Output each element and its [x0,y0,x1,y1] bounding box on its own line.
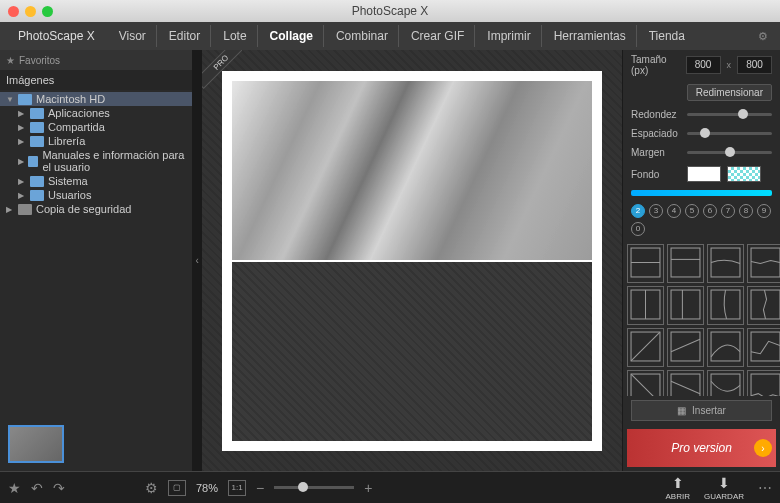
fit-screen-icon[interactable]: ▢ [168,480,186,496]
brand-label[interactable]: PhotoScape X [8,25,107,47]
footer-toolbar: ★ ↶ ↷ ⚙ ▢ 78% 1:1 − + ⬆ABRIR ⬇GUARDAR ⋯ [0,471,780,503]
grid-icon: ▦ [677,405,686,416]
template[interactable] [627,286,664,325]
tree-item-usuarios[interactable]: ▶Usuarios [0,188,192,202]
tab-crear-gif[interactable]: Crear GIF [401,25,475,47]
svg-line-21 [671,381,700,393]
redo-icon[interactable]: ↷ [53,480,65,496]
template[interactable] [667,286,704,325]
page-3[interactable]: 3 [649,204,663,218]
maximize-icon[interactable] [42,6,53,17]
save-button[interactable]: ⬇GUARDAR [704,475,744,501]
bg-color-swatch[interactable] [687,166,721,182]
canvas-area[interactable] [202,50,622,471]
roundness-slider[interactable] [687,113,772,116]
tab-collage[interactable]: Collage [260,25,324,47]
tab-imprimir[interactable]: Imprimir [477,25,541,47]
settings-icon[interactable]: ⚙ [754,26,772,47]
insert-button[interactable]: ▦ Insertar [631,400,772,421]
collage-frame[interactable] [222,71,602,451]
pro-promo[interactable]: Pro version › [627,429,776,467]
tree-item-compartida[interactable]: ▶Compartida [0,120,192,134]
thumbnail[interactable] [8,425,64,463]
svg-line-19 [631,374,660,396]
svg-rect-2 [671,248,700,277]
settings-icon[interactable]: ⚙ [145,480,158,496]
tab-herramientas[interactable]: Herramientas [544,25,637,47]
template[interactable] [627,328,664,367]
open-button[interactable]: ⬆ABRIR [666,475,690,501]
svg-rect-4 [711,248,740,277]
template[interactable] [627,244,664,283]
window-title: PhotoScape X [352,4,429,18]
main-tabs: PhotoScape X Visor Editor Lote Collage C… [0,22,780,50]
tree-item-aplicaciones[interactable]: ▶Aplicaciones [0,106,192,120]
page-2[interactable]: 2 [631,204,645,218]
template[interactable] [747,328,780,367]
tab-editor[interactable]: Editor [159,25,211,47]
star-icon[interactable]: ★ [8,480,21,496]
tree-item-libreria[interactable]: ▶Librería [0,134,192,148]
template[interactable] [667,328,704,367]
tree-item-manuales[interactable]: ▶Manuales e información para el usuario [0,148,192,174]
actual-size-button[interactable]: 1:1 [228,480,246,496]
page-4[interactable]: 4 [667,204,681,218]
tree-item-macintosh-hd[interactable]: ▼Macintosh HD [0,92,192,106]
template-pages: 2 3 4 5 6 7 8 9 0 [623,200,780,240]
spacing-slider[interactable] [687,132,772,135]
minimize-icon[interactable] [25,6,36,17]
page-6[interactable]: 6 [703,204,717,218]
upload-icon: ⬆ [672,475,684,491]
tab-tienda[interactable]: Tienda [639,25,695,47]
template[interactable] [627,370,664,397]
svg-rect-16 [711,332,740,361]
template[interactable] [667,370,704,397]
page-9[interactable]: 9 [757,204,771,218]
size-label: Tamaño (px) [631,54,680,76]
template[interactable] [747,370,780,397]
zoom-slider[interactable] [274,486,354,489]
template[interactable] [747,286,780,325]
chevron-left-icon: ‹ [195,255,198,266]
undo-icon[interactable]: ↶ [31,480,43,496]
star-icon: ★ [6,55,15,66]
collage-slot-1[interactable] [232,81,592,260]
zoom-out-icon[interactable]: − [256,480,264,496]
download-icon: ⬇ [718,475,730,491]
properties-panel: Tamaño (px) 800 x 800 Redimensionar Redo… [622,50,780,471]
images-header: Imágenes [0,70,192,90]
bg-pattern-swatch[interactable] [727,166,761,182]
template[interactable] [667,244,704,283]
favorites-label: Favoritos [19,55,60,66]
more-icon[interactable]: ⋯ [758,480,772,496]
tab-visor[interactable]: Visor [109,25,157,47]
template[interactable] [707,328,744,367]
tree-item-sistema[interactable]: ▶Sistema [0,174,192,188]
favorites-bar[interactable]: ★ Favoritos [0,50,192,70]
template[interactable] [707,286,744,325]
close-icon[interactable] [8,6,19,17]
margin-slider[interactable] [687,151,772,154]
page-7[interactable]: 7 [721,204,735,218]
page-0[interactable]: 0 [631,222,645,236]
margin-label: Margen [631,147,681,158]
template[interactable] [707,244,744,283]
tree-item-copia[interactable]: ▶Copia de seguridad [0,202,192,216]
color-bar[interactable] [631,190,772,196]
template[interactable] [707,370,744,397]
tab-lote[interactable]: Lote [213,25,257,47]
height-input[interactable]: 800 [737,56,772,74]
resize-button[interactable]: Redimensionar [687,84,772,101]
collage-slot-2[interactable] [232,262,592,441]
page-8[interactable]: 8 [739,204,753,218]
zoom-value: 78% [196,482,218,494]
pane-divider[interactable]: ‹ [192,50,202,471]
page-5[interactable]: 5 [685,204,699,218]
width-input[interactable]: 800 [686,56,721,74]
arrow-icon: › [754,439,772,457]
template[interactable] [747,244,780,283]
zoom-in-icon[interactable]: + [364,480,372,496]
tab-combinar[interactable]: Combinar [326,25,399,47]
sidebar: ★ Favoritos Imágenes ▼Macintosh HD ▶Apli… [0,50,192,471]
template-grid [623,240,780,397]
